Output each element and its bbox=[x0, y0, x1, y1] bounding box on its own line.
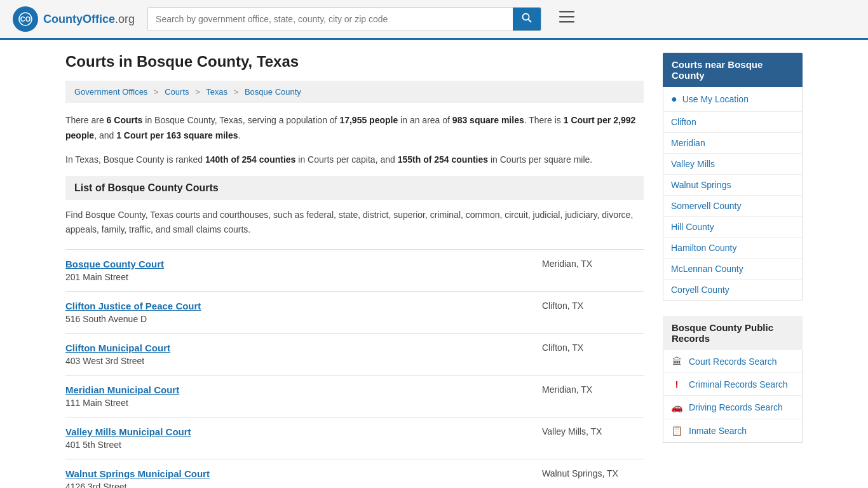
location-pin-icon: ● bbox=[671, 93, 677, 105]
svg-text:CO: CO bbox=[20, 15, 31, 23]
sidebar-item-walnut-springs[interactable]: Walnut Springs bbox=[663, 175, 802, 196]
description-paragraph-2: In Texas, Bosque County is ranked 140th … bbox=[65, 152, 644, 168]
nearby-section: Courts near Bosque County ● Use My Locat… bbox=[663, 53, 803, 301]
breadcrumb-texas[interactable]: Texas bbox=[206, 87, 227, 97]
inmate-search-label: Inmate Search bbox=[689, 426, 747, 436]
public-records-title: Bosque County Public Records bbox=[663, 316, 803, 350]
driving-records-label: Driving Records Search bbox=[689, 402, 783, 412]
sidebar-item-meridian[interactable]: Meridian bbox=[663, 133, 802, 154]
search-button[interactable] bbox=[513, 8, 541, 30]
table-row: Bosque County Court 201 Main Street Meri… bbox=[65, 249, 644, 291]
sidebar-item-hamilton-county[interactable]: Hamilton County bbox=[663, 238, 802, 259]
sidebar-item-valley-mills[interactable]: Valley Mills bbox=[663, 154, 802, 175]
table-row: Clifton Justice of Peace Court 516 South… bbox=[65, 291, 644, 333]
public-records-links-container: 🏛 Court Records Search ! Criminal Record… bbox=[663, 350, 803, 443]
description-paragraph-1: There are 6 Courts in Bosque County, Tex… bbox=[65, 113, 644, 144]
court-name-5[interactable]: Walnut Springs Municipal Court bbox=[65, 468, 529, 479]
court-name-2[interactable]: Clifton Municipal Court bbox=[65, 342, 529, 353]
court-records-search-link[interactable]: 🏛 Court Records Search bbox=[663, 350, 802, 373]
court-address-1: 516 South Avenue D bbox=[65, 314, 147, 324]
use-my-location-label: Use My Location bbox=[682, 94, 749, 104]
breadcrumb-bosque-county[interactable]: Bosque County bbox=[245, 87, 301, 97]
logo-link[interactable]: CO CountyOffice.org bbox=[13, 6, 135, 32]
breadcrumb-sep-2: > bbox=[195, 87, 200, 97]
court-location-4: Valley Mills, TX bbox=[529, 426, 644, 437]
search-input[interactable] bbox=[148, 8, 513, 30]
criminal-records-icon: ! bbox=[671, 379, 682, 390]
driving-records-search-link[interactable]: 🚗 Driving Records Search bbox=[663, 396, 802, 419]
court-records-label: Court Records Search bbox=[689, 356, 777, 367]
breadcrumb-government-offices[interactable]: Government Offices bbox=[74, 87, 147, 97]
svg-line-3 bbox=[529, 20, 532, 23]
svg-rect-6 bbox=[559, 21, 574, 23]
court-location-5: Walnut Springs, TX bbox=[529, 468, 644, 478]
court-info-0: Bosque County Court 201 Main Street bbox=[65, 259, 529, 282]
list-section-description: Find Bosque County, Texas courts and cou… bbox=[65, 208, 644, 236]
sidebar-item-somervell-county[interactable]: Somervell County bbox=[663, 196, 802, 217]
nearby-links-container: ● Use My Location Clifton Meridian Valle… bbox=[663, 87, 803, 301]
table-row: Valley Mills Municipal Court 401 5th Str… bbox=[65, 417, 644, 459]
court-name-0[interactable]: Bosque County Court bbox=[65, 259, 529, 269]
hamburger-menu-button[interactable] bbox=[554, 8, 580, 30]
court-location-2: Clifton, TX bbox=[529, 342, 644, 353]
court-info-2: Clifton Municipal Court 403 West 3rd Str… bbox=[65, 342, 529, 366]
nearby-section-title: Courts near Bosque County bbox=[663, 53, 803, 87]
court-info-5: Walnut Springs Municipal Court 4126 3rd … bbox=[65, 468, 529, 488]
logo-icon: CO bbox=[13, 6, 38, 32]
court-name-1[interactable]: Clifton Justice of Peace Court bbox=[65, 301, 529, 311]
court-records-icon: 🏛 bbox=[671, 356, 682, 367]
page-title: Courts in Bosque County, Texas bbox=[65, 53, 644, 71]
court-location-0: Meridian, TX bbox=[529, 259, 644, 269]
logo-text: CountyOffice.org bbox=[43, 13, 135, 26]
driving-records-icon: 🚗 bbox=[671, 402, 682, 413]
table-row: Meridian Municipal Court 111 Main Street… bbox=[65, 375, 644, 417]
court-info-4: Valley Mills Municipal Court 401 5th Str… bbox=[65, 426, 529, 450]
breadcrumb-courts[interactable]: Courts bbox=[165, 87, 189, 97]
court-address-0: 201 Main Street bbox=[65, 272, 128, 282]
inmate-search-link[interactable]: 📋 Inmate Search bbox=[663, 419, 802, 442]
search-form bbox=[147, 7, 541, 31]
court-info-1: Clifton Justice of Peace Court 516 South… bbox=[65, 301, 529, 324]
sidebar-item-coryell-county[interactable]: Coryell County bbox=[663, 280, 802, 300]
table-row: Clifton Municipal Court 403 West 3rd Str… bbox=[65, 333, 644, 375]
inmate-search-icon: 📋 bbox=[671, 425, 682, 437]
sidebar: Courts near Bosque County ● Use My Locat… bbox=[663, 53, 803, 488]
sidebar-item-hill-county[interactable]: Hill County bbox=[663, 217, 802, 238]
svg-rect-5 bbox=[559, 16, 574, 18]
criminal-records-label: Criminal Records Search bbox=[689, 379, 788, 390]
svg-rect-4 bbox=[559, 11, 574, 13]
content-area: Courts in Bosque County, Texas Governmen… bbox=[65, 53, 644, 488]
main-container: Courts in Bosque County, Texas Governmen… bbox=[53, 40, 815, 488]
header: CO CountyOffice.org bbox=[0, 0, 868, 40]
public-records-section: Bosque County Public Records 🏛 Court Rec… bbox=[663, 316, 803, 443]
court-address-5: 4126 3rd Street bbox=[65, 482, 127, 488]
court-info-3: Meridian Municipal Court 111 Main Street bbox=[65, 384, 529, 408]
use-my-location-button[interactable]: ● Use My Location bbox=[663, 87, 802, 112]
court-location-1: Clifton, TX bbox=[529, 301, 644, 311]
list-section-header: List of Bosque County Courts bbox=[65, 176, 644, 200]
courts-list: Bosque County Court 201 Main Street Meri… bbox=[65, 249, 644, 488]
breadcrumb-sep-3: > bbox=[234, 87, 239, 97]
court-address-2: 403 West 3rd Street bbox=[65, 356, 144, 366]
court-name-3[interactable]: Meridian Municipal Court bbox=[65, 384, 529, 395]
sidebar-item-mclennan-county[interactable]: McLennan County bbox=[663, 259, 802, 280]
sidebar-item-clifton[interactable]: Clifton bbox=[663, 112, 802, 133]
table-row: Walnut Springs Municipal Court 4126 3rd … bbox=[65, 459, 644, 488]
svg-point-2 bbox=[523, 14, 529, 20]
breadcrumb-sep-1: > bbox=[154, 87, 159, 97]
court-address-3: 111 Main Street bbox=[65, 398, 128, 408]
court-address-4: 401 5th Street bbox=[65, 440, 121, 450]
court-name-4[interactable]: Valley Mills Municipal Court bbox=[65, 426, 529, 437]
court-location-3: Meridian, TX bbox=[529, 384, 644, 395]
criminal-records-search-link[interactable]: ! Criminal Records Search bbox=[663, 373, 802, 396]
breadcrumb: Government Offices > Courts > Texas > Bo… bbox=[65, 81, 644, 103]
